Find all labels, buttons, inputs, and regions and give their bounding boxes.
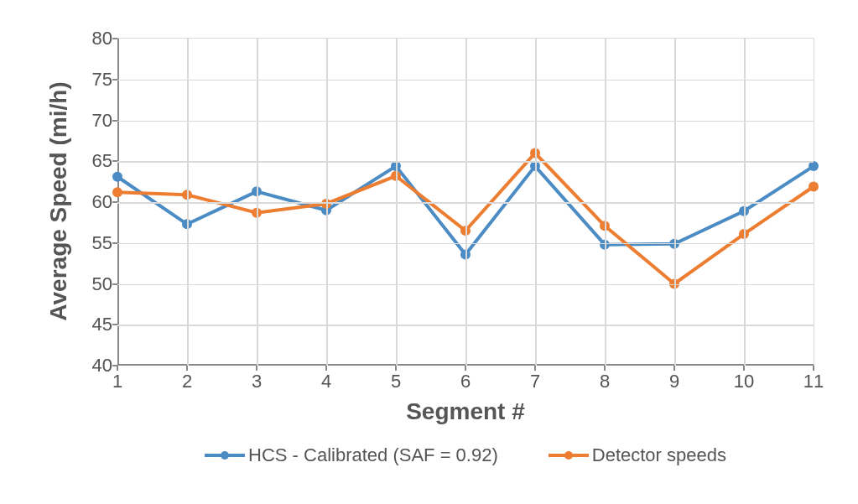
x-tick-label: 5 (391, 371, 401, 392)
x-axis-label: Segment # (117, 398, 814, 425)
data-point (112, 187, 122, 197)
legend-label: Detector speeds (592, 444, 726, 466)
grid-line-v (257, 39, 258, 366)
data-point (112, 172, 122, 182)
y-axis-label: Average Speed (mi/h) (42, 38, 75, 365)
x-tick-label: 2 (182, 371, 192, 392)
y-tick-label: 50 (92, 273, 112, 295)
x-tick-label: 11 (803, 371, 824, 392)
data-point (809, 161, 819, 171)
grid-line-v (465, 39, 467, 366)
y-tick-label: 70 (92, 110, 112, 132)
grid-line-v (326, 39, 328, 366)
y-tick-label: 45 (92, 314, 112, 335)
x-tick-label: 4 (321, 371, 331, 392)
y-tick-mark (112, 160, 117, 162)
y-tick-mark (112, 324, 117, 325)
x-tick-label: 7 (530, 371, 540, 392)
grid-line-v (744, 39, 746, 366)
legend-label: HCS - Calibrated (SAF = 0.92) (248, 444, 498, 466)
y-tick-label: 60 (92, 191, 112, 213)
x-tick-label: 3 (252, 371, 262, 392)
y-tick-label: 80 (92, 28, 112, 49)
legend-swatch (549, 447, 589, 464)
line-chart: Average Speed (mi/h) 4045505560657075801… (17, 17, 841, 487)
y-tick-label: 65 (92, 150, 112, 172)
grid-line-v (187, 39, 189, 366)
legend-item: HCS - Calibrated (SAF = 0.92) (205, 444, 498, 466)
grid-line-v (535, 39, 537, 366)
y-tick-label: 55 (92, 232, 112, 254)
x-tick-label: 10 (734, 371, 754, 392)
y-tick-mark (112, 201, 117, 203)
x-tick-label: 1 (112, 371, 122, 392)
y-tick-mark (112, 79, 117, 81)
y-tick-mark (112, 120, 117, 122)
grid-line-v (674, 39, 676, 366)
plot-area: 4045505560657075801234567891011 (117, 38, 814, 366)
y-tick-mark (112, 283, 117, 285)
grid-line-v (605, 39, 606, 366)
legend: HCS - Calibrated (SAF = 0.92)Detector sp… (117, 444, 814, 466)
grid-line-v (396, 39, 398, 366)
x-tick-label: 6 (460, 371, 471, 392)
y-tick-mark (112, 242, 117, 244)
x-tick-label: 8 (600, 371, 610, 392)
y-tick-mark (112, 38, 117, 39)
y-tick-label: 75 (92, 69, 112, 91)
x-tick-label: 9 (669, 371, 679, 392)
y-tick-label: 40 (92, 355, 112, 377)
data-point (809, 181, 819, 191)
legend-swatch (205, 447, 245, 464)
legend-item: Detector speeds (549, 444, 726, 466)
